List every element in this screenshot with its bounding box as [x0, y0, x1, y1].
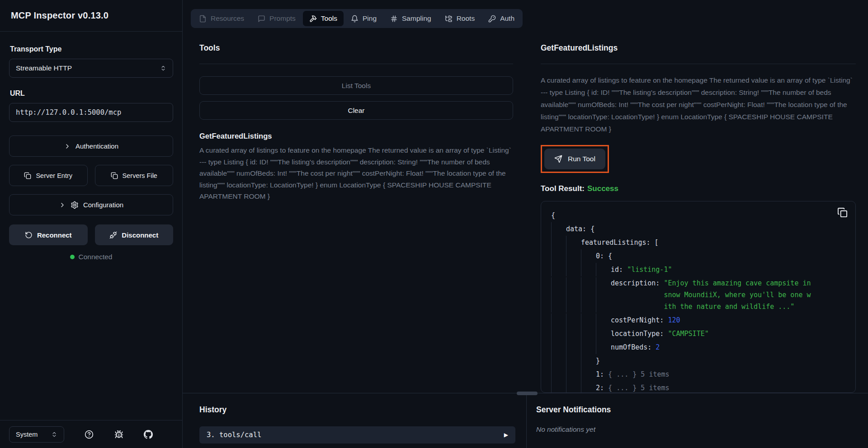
- tab-ping[interactable]: Ping: [344, 11, 383, 26]
- copy-result-icon[interactable]: [837, 207, 848, 218]
- server-entry-button[interactable]: Server Entry: [9, 165, 88, 186]
- json-segment: 5 items: [641, 381, 669, 393]
- send-icon: [554, 155, 562, 163]
- hash-icon: [390, 15, 398, 23]
- bell-icon: [351, 15, 359, 23]
- json-segment: 5 items: [641, 368, 669, 381]
- tool-list-item[interactable]: GetFeaturedListings A curated array of l…: [199, 132, 513, 202]
- theme-value: System: [16, 431, 38, 438]
- detail-title: GetFeaturedListings: [541, 43, 856, 64]
- notifications-empty-text: No notifications yet: [536, 425, 868, 434]
- authentication-label: Authentication: [75, 142, 118, 150]
- history-panel: History 3. tools/call▶: [183, 393, 527, 448]
- list-tools-button[interactable]: List Tools: [199, 76, 513, 95]
- json-result-viewer[interactable]: {data: {featuredListings: [0: {id: "list…: [541, 201, 856, 393]
- theme-select[interactable]: System: [9, 426, 64, 443]
- reconnect-label: Reconnect: [37, 231, 72, 239]
- indent-guide: [551, 236, 566, 249]
- url-input[interactable]: http://127.0.0.1:5000/mcp: [9, 103, 173, 122]
- indent-guide: [581, 381, 596, 393]
- indent-guide: [566, 277, 581, 313]
- json-segment: 2:: [596, 381, 608, 393]
- tab-auth[interactable]: Auth: [482, 11, 521, 26]
- expand-caret-icon[interactable]: ▶: [504, 432, 508, 438]
- indent-guide: [566, 381, 581, 393]
- tool-result-line: Tool Result:Success: [541, 184, 856, 193]
- url-value: http://127.0.0.1:5000/mcp: [16, 108, 121, 117]
- footer-icons: [64, 430, 173, 439]
- indent-guide: [566, 368, 581, 381]
- app-title: MCP Inspector v0.13.0: [0, 0, 182, 32]
- tab-label: Tools: [321, 14, 337, 23]
- servers-file-label: Servers File: [123, 172, 157, 179]
- help-icon[interactable]: [85, 430, 94, 439]
- tab-resources[interactable]: Resources: [193, 11, 250, 26]
- transport-type-select[interactable]: Streamable HTTP: [9, 59, 173, 78]
- sidebar: MCP Inspector v0.13.0 Transport Type Str…: [0, 0, 183, 448]
- indent-guide: [581, 249, 596, 263]
- tool-result-label: Tool Result:: [541, 184, 585, 193]
- connected-dot-icon: [70, 255, 75, 259]
- indent-guide: [566, 249, 581, 263]
- server-buttons-row: Server Entry Servers File: [9, 165, 173, 186]
- tab-label: Sampling: [402, 14, 431, 23]
- history-item-label: 3. tools/call: [207, 431, 261, 439]
- url-label: URL: [10, 89, 173, 98]
- indent-guide: [596, 277, 611, 313]
- indent-guide: [551, 249, 566, 263]
- indent-guide: [551, 263, 566, 276]
- indent-guide: [596, 327, 611, 341]
- tools-panel-title: Tools: [199, 43, 513, 64]
- tools-panel: Tools List Tools Clear GetFeaturedListin…: [199, 28, 513, 393]
- authentication-button[interactable]: Authentication: [9, 135, 173, 157]
- github-icon[interactable]: [144, 430, 153, 439]
- history-title: History: [199, 405, 515, 415]
- hammer-icon: [309, 15, 317, 23]
- json-line: data: {: [551, 222, 855, 236]
- divider-drag-handle[interactable]: [517, 392, 538, 395]
- json-line: }: [551, 354, 855, 368]
- json-segment: { ... }: [608, 381, 641, 393]
- run-tool-label: Run Tool: [568, 155, 595, 163]
- tab-prompts[interactable]: Prompts: [251, 11, 302, 26]
- content-row: Tools List Tools Clear GetFeaturedListin…: [183, 28, 868, 393]
- json-segment: {: [551, 209, 555, 222]
- json-line: numOfBeds: 2: [551, 341, 855, 354]
- chevrons-up-down-icon: [160, 65, 166, 71]
- message-icon: [258, 15, 265, 23]
- servers-file-button[interactable]: Servers File: [95, 165, 174, 186]
- sidebar-footer: System: [0, 420, 182, 448]
- json-segment: featuredListings: [: [581, 236, 659, 249]
- json-segment: locationType:: [611, 327, 668, 341]
- tab-roots[interactable]: Roots: [439, 11, 481, 26]
- json-segment: 2: [656, 341, 660, 354]
- run-tool-button[interactable]: Run Tool: [544, 149, 605, 169]
- reconnect-button[interactable]: Reconnect: [9, 224, 88, 245]
- bug-icon[interactable]: [114, 430, 123, 439]
- indent-guide: [566, 341, 581, 354]
- indent-guide: [596, 341, 611, 354]
- json-segment: "listing-1": [627, 263, 672, 276]
- configuration-button[interactable]: Configuration: [9, 194, 173, 215]
- configuration-label: Configuration: [83, 201, 123, 209]
- indent-guide: [581, 368, 596, 381]
- app-window: MCP Inspector v0.13.0 Transport Type Str…: [0, 0, 868, 448]
- tab-label: Prompts: [269, 14, 296, 23]
- json-segment: }: [596, 354, 600, 368]
- history-item[interactable]: 3. tools/call▶: [199, 426, 515, 443]
- json-segment: numOfBeds:: [611, 341, 656, 354]
- tab-tools[interactable]: Tools: [303, 11, 344, 26]
- indent-guide: [551, 354, 566, 368]
- clear-button[interactable]: Clear: [199, 101, 513, 120]
- rotate-ccw-icon: [25, 231, 33, 239]
- chevron-right-icon: [64, 143, 71, 150]
- tab-sampling[interactable]: Sampling: [384, 11, 438, 26]
- json-line: 0: {: [551, 249, 855, 263]
- json-line: {: [551, 209, 855, 222]
- disconnect-button[interactable]: Disconnect: [95, 224, 174, 245]
- disconnect-label: Disconnect: [122, 231, 158, 239]
- connection-status: Connected: [9, 253, 173, 261]
- json-segment: "Enjoy this amazing cave campsite in sno…: [664, 277, 811, 313]
- indent-guide: [581, 354, 596, 368]
- indent-guide: [566, 263, 581, 276]
